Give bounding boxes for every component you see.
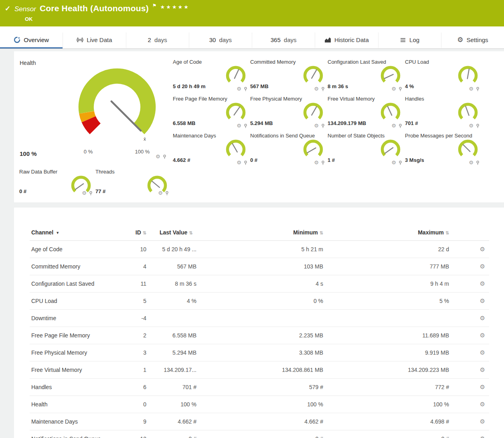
col-minimum[interactable]: Minimum⇅ [198, 224, 325, 241]
pin-icon[interactable] [243, 87, 248, 91]
channel-settings-icon[interactable]: ⚙ [480, 246, 485, 252]
tab-overview-label: Overview [24, 36, 49, 43]
pin-icon[interactable] [321, 160, 325, 165]
tab-log[interactable]: Log [378, 32, 441, 48]
gear-icon[interactable]: ⚙ [391, 123, 396, 128]
col-last-value[interactable]: Last Value⇅ [148, 224, 198, 241]
table-row: Health 0 100 % 100 % 100 % ⚙ [30, 396, 489, 413]
channel-name: Free Virtual Memory [30, 361, 126, 379]
gear-icon[interactable]: ⚙ [82, 190, 87, 196]
channel-settings-icon[interactable]: ⚙ [480, 297, 485, 304]
channel-settings-icon[interactable]: ⚙ [480, 315, 485, 321]
gauge-needle [385, 148, 393, 153]
pin-icon[interactable] [398, 160, 403, 165]
channel-name: Handles [30, 379, 126, 396]
pin-icon[interactable] [321, 87, 325, 91]
col-channel[interactable]: Channel▼ [30, 224, 126, 241]
channel-name: Health [30, 396, 126, 413]
pin-icon[interactable] [165, 191, 169, 196]
col-actions [451, 224, 489, 241]
gear-icon[interactable]: ⚙ [237, 86, 241, 91]
channel-last-value: 0 # [148, 430, 198, 438]
gauge-grid-secondary: Raw Data Buffer 0 # ⚙ Threads 77 # ⚙ [19, 169, 172, 200]
pin-icon[interactable] [321, 123, 325, 128]
gear-icon[interactable]: ⚙ [314, 160, 319, 165]
pin-icon[interactable] [162, 154, 167, 159]
table-row: Free Physical Memory 3 5.294 MB 3.308 MB… [30, 344, 489, 361]
gear-icon[interactable]: ⚙ [237, 160, 241, 165]
sensor-header: ✓ Sensor Core Health (Autonomous) ⚑ ★★★★… [0, 0, 504, 26]
gauge [379, 101, 402, 123]
channel-settings-icon[interactable]: ⚙ [480, 280, 485, 287]
pin-icon[interactable] [89, 191, 93, 196]
gauge-needle [234, 107, 240, 115]
channel-maximum: 100 % [325, 396, 451, 413]
gear-icon[interactable]: ⚙ [469, 160, 474, 165]
channel-settings-icon[interactable]: ⚙ [480, 366, 485, 373]
priority-stars[interactable]: ★★★★★ [160, 4, 190, 10]
gear-icon[interactable]: ⚙ [158, 190, 163, 196]
channel-settings-icon[interactable]: ⚙ [480, 418, 485, 425]
gauge-card: Handles 701 # ⚙ [405, 96, 482, 133]
col-last-value-label: Last Value [160, 229, 187, 236]
channel-last-value: 5.294 MB [148, 344, 198, 361]
sort-icon: ⇅ [320, 230, 323, 235]
gear-icon[interactable]: ⚙ [156, 154, 160, 159]
channel-maximum: 9.919 MB [325, 344, 451, 361]
pin-icon[interactable] [398, 123, 403, 128]
pin-icon[interactable] [476, 87, 480, 91]
gear-icon[interactable]: ⚙ [237, 123, 241, 128]
tab-live-data[interactable]: Live Data [63, 32, 125, 48]
object-kind: Sensor [14, 5, 36, 13]
tab-settings[interactable]: ⚙ Settings [441, 32, 504, 48]
table-row: Free Virtual Memory 1 134.209.17... 134.… [30, 361, 489, 379]
health-gauge-label: Health [20, 60, 36, 66]
gauge-needle [385, 75, 393, 79]
channel-table: Channel▼ ID⇅ Last Value⇅ Minimum⇅ Maximu… [30, 224, 489, 438]
gauge-value: 567 MB [250, 83, 269, 89]
channel-settings-icon[interactable]: ⚙ [480, 435, 485, 438]
gear-icon[interactable]: ⚙ [314, 123, 319, 128]
gauge [302, 101, 324, 123]
channel-minimum: 100 % [198, 396, 325, 413]
channel-settings-icon[interactable]: ⚙ [480, 349, 485, 356]
gauge-card: Configuration Last Saved 8 m 36 s ⚙ [328, 59, 405, 96]
channel-name: Configuration Last Saved [30, 275, 126, 293]
pin-icon[interactable] [476, 123, 480, 128]
tab-historic-data[interactable]: Historic Data [315, 32, 378, 48]
status-check-icon: ✓ [5, 4, 10, 13]
channel-settings-icon[interactable]: ⚙ [480, 263, 485, 270]
tab-historic-data-label: Historic Data [334, 36, 369, 43]
gauge-value: 134.209.179 MB [328, 120, 366, 126]
gear-icon[interactable]: ⚙ [391, 160, 396, 165]
tab-30-days[interactable]: 30 days [189, 32, 252, 48]
gear-icon[interactable]: ⚙ [469, 86, 474, 91]
tab-365-days-label: days [284, 36, 297, 43]
channel-id: 13 [126, 430, 148, 438]
gear-icon[interactable]: ⚙ [391, 86, 396, 91]
page-title: Core Health (Autonomous) [40, 4, 149, 13]
pin-icon[interactable] [398, 87, 403, 91]
pin-icon[interactable] [243, 123, 248, 128]
gear-icon[interactable]: ⚙ [314, 86, 319, 91]
tab-365-days[interactable]: 365 days [252, 32, 315, 48]
channel-last-value: 134.209.17... [148, 361, 198, 379]
gauge-needle [312, 70, 316, 78]
health-gauge: x̄ [73, 63, 161, 144]
channel-settings-icon[interactable]: ⚙ [480, 332, 485, 339]
channel-last-value: 6.558 MB [148, 327, 198, 344]
table-header-row: Channel▼ ID⇅ Last Value⇅ Minimum⇅ Maximu… [30, 224, 489, 241]
pin-icon[interactable] [243, 160, 248, 165]
col-maximum[interactable]: Maximum⇅ [325, 224, 451, 241]
tab-2-days[interactable]: 2 days [126, 32, 189, 48]
channel-minimum: 579 # [198, 379, 325, 396]
channel-settings-icon[interactable]: ⚙ [480, 384, 485, 390]
pin-icon[interactable] [476, 160, 480, 165]
channel-settings-icon[interactable]: ⚙ [480, 401, 485, 408]
gear-icon[interactable]: ⚙ [469, 123, 474, 128]
gauge-value: 1 # [328, 157, 335, 163]
channel-id: 11 [126, 275, 148, 293]
channel-minimum [198, 310, 325, 327]
col-id[interactable]: ID⇅ [126, 224, 148, 241]
tab-overview[interactable]: Overview [0, 32, 63, 48]
